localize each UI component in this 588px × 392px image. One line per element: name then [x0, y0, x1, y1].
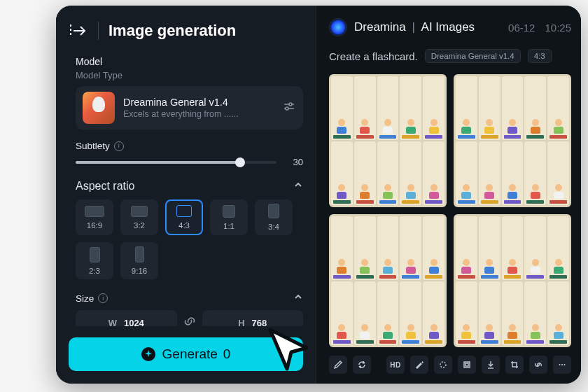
result-image-2[interactable]: [454, 74, 571, 207]
sliders-icon[interactable]: [282, 99, 296, 116]
ratio-label: 3:2: [134, 221, 145, 230]
size-label: Size: [76, 293, 94, 304]
link-icon[interactable]: [183, 314, 197, 326]
download-icon[interactable]: [482, 356, 500, 374]
ratio-3-2[interactable]: 3:2: [120, 200, 158, 235]
ratio-label: 3:4: [268, 223, 279, 231]
more-icon[interactable]: [553, 356, 571, 374]
svg-point-5: [286, 107, 288, 110]
height-letter: H: [238, 318, 244, 327]
ratio-16-9[interactable]: 16:9: [76, 200, 113, 235]
ratio-label: 2:3: [89, 267, 100, 275]
prompt-text: Create a flashcard.: [329, 50, 418, 62]
svg-point-6: [440, 362, 446, 368]
ratio-2-3[interactable]: 2:3: [76, 242, 113, 279]
crop-icon[interactable]: [505, 356, 524, 374]
svg-point-3: [289, 103, 292, 106]
brand-title: Dreamina | AI Images: [354, 20, 475, 34]
expand-icon[interactable]: [458, 356, 476, 374]
subtlety-value: 30: [286, 157, 303, 167]
ratio-label: 4:3: [178, 221, 190, 230]
model-section-label: Model: [76, 56, 303, 67]
svg-point-11: [561, 364, 563, 365]
generate-label: Generate: [162, 346, 218, 362]
erase-icon[interactable]: [434, 356, 452, 374]
result-image-1[interactable]: [329, 74, 447, 207]
model-name: Dreamina General v1.4: [123, 97, 274, 108]
svg-rect-7: [464, 362, 470, 368]
link-icon[interactable]: [529, 356, 547, 374]
svg-point-10: [559, 364, 561, 365]
width-letter: W: [108, 318, 117, 327]
ratio-9-16[interactable]: 9:16: [120, 242, 158, 279]
model-desc: Excels at everything from ......: [123, 109, 274, 119]
subtlety-slider[interactable]: [76, 161, 276, 164]
ratio-4-3[interactable]: 4:3: [165, 200, 203, 235]
expand-right-icon[interactable]: [69, 21, 88, 41]
chevron-up-icon[interactable]: [293, 292, 303, 304]
subtlety-label: Subtlety: [76, 141, 110, 151]
logo-icon: [329, 18, 347, 36]
info-icon[interactable]: i: [98, 293, 108, 303]
width-input[interactable]: W 1024: [76, 310, 177, 326]
chip-ratio: 4:3: [528, 49, 552, 63]
result-image-4[interactable]: [454, 214, 571, 347]
height-input[interactable]: H 768: [202, 310, 304, 326]
svg-rect-8: [465, 363, 468, 366]
date-label: 06-12: [508, 22, 535, 34]
chevron-up-icon[interactable]: [293, 180, 303, 192]
width-value: 1024: [124, 318, 144, 327]
time-label: 10:25: [545, 22, 571, 34]
generate-button[interactable]: Generate 0: [69, 337, 303, 371]
model-card[interactable]: Dreamina General v1.4 Excels at everythi…: [76, 86, 303, 130]
info-icon[interactable]: i: [114, 141, 124, 151]
height-value: 768: [252, 318, 267, 327]
svg-point-12: [564, 364, 566, 365]
panel-title: Image generation: [108, 22, 236, 40]
wand-icon[interactable]: [410, 356, 428, 374]
chip-model: Dreamina General v1.4: [425, 49, 521, 63]
model-thumbnail: [83, 92, 115, 124]
ratio-label: 1:1: [223, 222, 234, 230]
result-image-3[interactable]: [329, 214, 447, 347]
ratio-label: 9:16: [132, 267, 147, 275]
generate-count: 0: [223, 346, 231, 362]
edit-icon[interactable]: [329, 356, 347, 374]
ratio-label: 16:9: [87, 221, 102, 230]
model-section-sub: Model Type: [76, 70, 303, 80]
ratio-1-1[interactable]: 1:1: [210, 200, 248, 235]
aspect-ratio-label: Aspect ratio: [76, 180, 134, 192]
ratio-3-4[interactable]: 3:4: [255, 200, 293, 235]
divider: [98, 22, 99, 40]
hd-icon[interactable]: HD: [386, 356, 405, 374]
sparkle-icon: [141, 347, 155, 361]
regenerate-icon[interactable]: [353, 356, 371, 374]
